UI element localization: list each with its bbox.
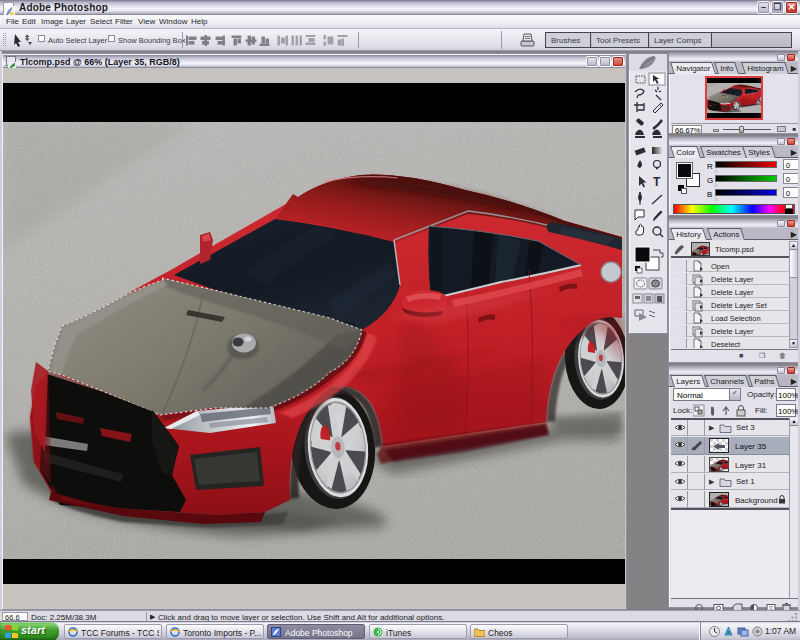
svg-text:T: T [653,175,661,189]
